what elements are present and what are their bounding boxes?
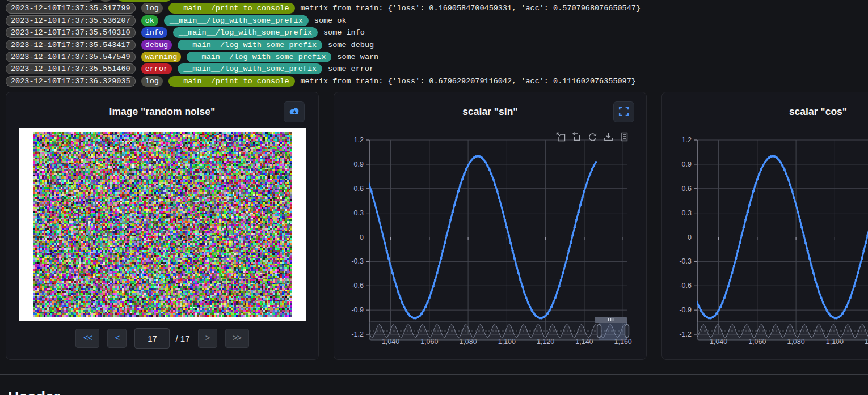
scalar-sin-card: scalar "sin" 1.20.90.60.30-0.3-0.6-0.9-1… xyxy=(334,92,647,360)
log-level-badge xyxy=(99,0,112,2)
log-row: 2023-12-10T17:37:35.540310 info __main__… xyxy=(6,27,868,38)
svg-text:1.2: 1.2 xyxy=(682,136,692,144)
page-total-label: / 17 xyxy=(175,334,189,343)
log-message: some warn xyxy=(337,53,378,61)
log-row: 2023-12-10T17:37:35.536207 ok __main__/l… xyxy=(6,15,868,26)
log-source-pill: __main__/print_to_console xyxy=(168,3,295,14)
page: 2023-12-10T17:37:35.317799 log __main__/… xyxy=(0,0,868,395)
log-source-pill: __main__/log_with_some_prefix xyxy=(187,52,331,62)
data-view-icon[interactable] xyxy=(620,132,629,144)
svg-text:-0.3: -0.3 xyxy=(351,257,364,265)
scalar-cos-card: scalar "cos" 1.20.90.60.30-0.3-0.6-0.9-1… xyxy=(661,92,868,360)
log-source-pill: __main__/log_with_some_prefix xyxy=(178,63,322,74)
prev-page-button[interactable]: < xyxy=(107,329,127,348)
zoom-reset-icon[interactable] xyxy=(572,132,582,144)
svg-text:0.3: 0.3 xyxy=(682,209,692,217)
log-level-badge: ok xyxy=(141,15,158,26)
log-source-pill: __main__/log_with_some_prefix xyxy=(173,27,318,38)
svg-text:-0.9: -0.9 xyxy=(679,306,692,314)
svg-text:-1.2: -1.2 xyxy=(679,330,692,338)
log-timestamp: 2023-12-10T17:37:35.547549 xyxy=(6,52,136,62)
save-image-icon[interactable] xyxy=(604,132,613,144)
section-divider xyxy=(0,374,868,375)
image-card-title: image "random noise" xyxy=(6,106,318,118)
svg-text:0.3: 0.3 xyxy=(354,209,364,217)
restore-icon[interactable] xyxy=(588,132,597,144)
log-source-pill: __main__/print_to_console xyxy=(168,76,295,87)
log-row: 2023-12-10T17:37:35.317799 log __main__/… xyxy=(6,3,868,14)
svg-text:-0.6: -0.6 xyxy=(351,282,364,290)
log-timestamp: 2023-12-10T17:37:35.543417 xyxy=(6,40,136,50)
log-level-badge: debug xyxy=(141,40,172,50)
svg-text:0: 0 xyxy=(688,233,692,241)
svg-text:-0.3: -0.3 xyxy=(679,257,692,265)
log-message: metrix from train: {'loss': 0.1690584700… xyxy=(301,4,641,12)
log-source-pill: __main__/log_with_some_prefix xyxy=(178,40,322,50)
log-source-pill: __main__/log_with_some_prefix xyxy=(164,15,309,26)
image-card: image "random noise" << < xyxy=(6,92,319,360)
datazoom-handle[interactable] xyxy=(597,325,601,337)
log-row: 2023-12-10T17:37:36.329035 log __main__/… xyxy=(6,76,868,87)
log-row: 2023-12-10T17:37:35.551460 error __main_… xyxy=(6,63,868,74)
svg-text:0: 0 xyxy=(360,233,364,241)
log-timestamp: 2023-12-10T17:37:35.551460 xyxy=(6,63,136,74)
log-timestamp: 2023-12-10T17:37:36.329035 xyxy=(6,76,136,87)
svg-text:0.9: 0.9 xyxy=(682,160,692,168)
log-timestamp: 2023-12-10T17:37:35.317799 xyxy=(6,3,136,14)
log-level-badge: log xyxy=(141,3,163,14)
svg-text:1.2: 1.2 xyxy=(354,136,364,144)
log-level-badge: log xyxy=(141,76,163,87)
log-level-badge: warning xyxy=(141,52,182,62)
log-timestamp: 2023-12-10T17:37:35.540310 xyxy=(6,27,136,38)
svg-text:0.9: 0.9 xyxy=(354,160,364,168)
last-page-button[interactable]: >> xyxy=(225,329,249,348)
image-preview xyxy=(19,128,306,321)
datazoom-window[interactable] xyxy=(599,322,627,340)
svg-text:-1.2: -1.2 xyxy=(351,330,364,338)
log-row: 2023-12-10T17:37:35.547549 warning __mai… xyxy=(6,52,868,62)
log-row-partial xyxy=(6,0,868,2)
page-number-input[interactable] xyxy=(134,328,170,349)
log-message: metrix from train: {'loss': 0.6796292079… xyxy=(301,77,636,86)
log-level-badge: info xyxy=(141,27,167,38)
log-timestamp xyxy=(6,0,94,2)
chart-toolbox xyxy=(556,132,629,144)
log-message: some error xyxy=(328,65,374,73)
datazoom-handle[interactable] xyxy=(625,325,629,337)
svg-text:0.6: 0.6 xyxy=(354,185,364,193)
log-level-badge: error xyxy=(141,63,172,74)
log-message: some ok xyxy=(314,16,347,25)
cos-chart-canvas[interactable]: 1.20.90.60.30-0.3-0.6-0.9-1.21,0401,0601… xyxy=(662,92,868,360)
data-zoom-icon[interactable] xyxy=(556,132,566,144)
footer-heading: Header xyxy=(8,389,60,395)
svg-text:-0.9: -0.9 xyxy=(351,306,364,314)
log-source-pill xyxy=(117,0,171,2)
svg-text:0.6: 0.6 xyxy=(682,185,692,193)
first-page-button[interactable]: << xyxy=(75,329,99,348)
cards-row: image "random noise" << < xyxy=(6,92,868,360)
log-row: 2023-12-10T17:37:35.543417 debug __main_… xyxy=(6,40,868,50)
random-noise-image xyxy=(33,132,292,317)
image-pagination: << < / 17 > >> xyxy=(6,328,318,349)
next-page-button[interactable]: > xyxy=(198,329,217,348)
log-message: some debug xyxy=(328,41,374,49)
log-console: 2023-12-10T17:37:35.317799 log __main__/… xyxy=(6,0,868,88)
log-timestamp: 2023-12-10T17:37:35.536207 xyxy=(6,15,136,26)
download-button[interactable] xyxy=(284,101,305,122)
log-message: some info xyxy=(323,28,365,37)
cloud-download-icon xyxy=(288,105,301,118)
svg-text:-0.6: -0.6 xyxy=(679,282,692,290)
